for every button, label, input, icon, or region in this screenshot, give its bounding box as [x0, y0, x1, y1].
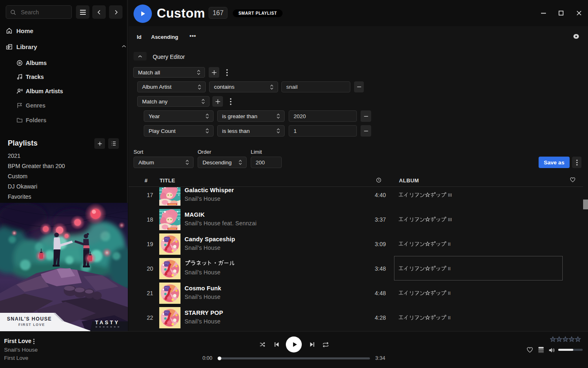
svg-text:III: III: [448, 193, 452, 197]
svg-text:FIRST LOVE: FIRST LOVE: [18, 323, 45, 327]
svg-text:II: II: [448, 242, 450, 247]
svg-text:III: III: [448, 217, 452, 222]
svg-text:SNAIL'S HOUSE: SNAIL'S HOUSE: [7, 316, 52, 322]
svg-text:II: II: [448, 291, 450, 296]
svg-text:TASTY: TASTY: [95, 320, 120, 325]
svg-text:II: II: [448, 315, 450, 320]
